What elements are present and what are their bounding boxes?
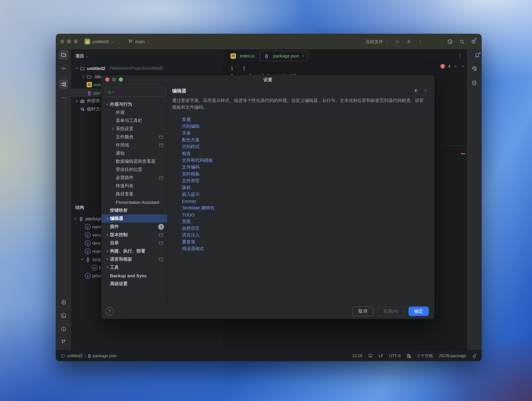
tool-terminal-button[interactable] <box>59 311 68 320</box>
encoding-widget[interactable]: UTF-8 <box>389 353 401 358</box>
project-widget[interactable]: U untitled2 ⌄ <box>84 34 114 49</box>
settings-tree-item[interactable]: Backup and Sync <box>101 272 167 280</box>
cancel-button[interactable]: 取消 <box>352 306 373 316</box>
settings-search-input[interactable] <box>114 89 160 95</box>
structure-panel-header[interactable]: 结构 <box>75 203 84 212</box>
settings-link[interactable]: 重复项 <box>182 239 214 245</box>
settings-tree-item[interactable]: 受信任的位置 <box>101 166 167 174</box>
settings-tree-item[interactable]: 快速列表 <box>101 182 167 190</box>
vcs-branch-widget[interactable]: main ⌄ <box>128 34 150 49</box>
dialog-zoom-button[interactable] <box>119 78 123 82</box>
chevron-down-icon[interactable] <box>79 257 85 261</box>
unlock-icon[interactable] <box>472 353 477 358</box>
settings-tree-item[interactable]: 外观 <box>101 108 167 116</box>
ai-assistant-button[interactable] <box>447 39 453 45</box>
chevron-down-icon[interactable] <box>105 102 110 106</box>
settings-tree-item[interactable]: 通知 <box>101 149 167 157</box>
breadcrumb-file[interactable]: package.json <box>93 353 116 358</box>
chevron-down-icon[interactable] <box>73 216 78 220</box>
settings-tree-item[interactable]: 菜单与工具栏 <box>101 116 167 125</box>
ai-chat-button[interactable] <box>469 64 479 73</box>
settings-search-box[interactable]: ▾ <box>105 88 166 97</box>
tab-options-kebab-icon[interactable] <box>458 54 462 58</box>
run-configuration-selector[interactable]: 当前文件 ⌄ <box>366 34 388 49</box>
indent-widget[interactable]: 2 个空格 <box>418 353 433 359</box>
settings-tree-item[interactable]: 路径变量 <box>101 190 167 198</box>
window-minimize-button[interactable] <box>67 39 71 44</box>
settings-link[interactable]: 字体 <box>182 130 214 137</box>
settings-link[interactable]: 配色方案 <box>182 137 214 143</box>
chevron-right-icon[interactable] <box>105 257 110 261</box>
settings-link[interactable]: Emmet <box>182 198 214 205</box>
settings-tree-item[interactable]: 语言和框架 <box>101 255 167 263</box>
settings-link[interactable]: 版权 <box>182 184 214 191</box>
chevron-right-icon[interactable] <box>105 265 110 270</box>
settings-link[interactable]: 文件和代码模板 <box>182 157 214 164</box>
back-arrow-icon[interactable] <box>413 88 419 93</box>
editor-tab[interactable]: {}package.json× <box>260 51 308 61</box>
settings-tree-item[interactable]: 高级设置 <box>101 280 167 288</box>
settings-tree-item[interactable]: 版本控制 <box>101 231 167 239</box>
tool-problems-button[interactable] <box>59 324 68 334</box>
settings-link[interactable]: 文件编码 <box>182 164 214 171</box>
window-close-button[interactable] <box>60 39 64 44</box>
settings-link[interactable]: 代码编辑 <box>182 123 214 130</box>
dialog-close-button[interactable] <box>105 78 109 82</box>
ok-button[interactable]: 确定 <box>408 306 429 316</box>
settings-link[interactable]: 自然语言 <box>182 225 214 232</box>
settings-tree-item[interactable]: Presentation Assistant <box>101 198 167 206</box>
settings-tree-item[interactable]: 编辑器 <box>101 214 167 223</box>
settings-link[interactable]: 嵌入提示 <box>182 191 214 198</box>
status-hexagon-icon[interactable] <box>368 353 373 358</box>
breadcrumb-project[interactable]: untitled2 <box>67 353 83 358</box>
settings-tree-item[interactable]: 目录 <box>101 239 167 247</box>
settings-tree-item[interactable]: 插件3 <box>101 223 167 231</box>
tool-git-button[interactable] <box>59 337 68 347</box>
settings-tree-item[interactable]: 作用域 <box>101 141 167 149</box>
chevron-down-icon[interactable] <box>74 66 79 70</box>
database-button[interactable] <box>469 78 479 88</box>
settings-tree-item[interactable]: 必需插件 <box>101 174 167 182</box>
clock-widget[interactable]: 12:16 <box>352 353 362 358</box>
chevron-right-icon[interactable] <box>105 216 110 220</box>
settings-link[interactable]: TextMate 捆绑包 <box>182 205 214 211</box>
project-panel-header[interactable]: 项目 ⌄ <box>75 52 89 60</box>
more-actions-button[interactable] <box>418 39 423 44</box>
settings-link[interactable]: TODO <box>182 211 214 218</box>
forward-arrow-icon[interactable] <box>423 88 428 93</box>
tool-run-button[interactable] <box>59 297 68 307</box>
next-error-chevron-down-icon[interactable] <box>461 64 465 68</box>
editor-tab[interactable]: JSindex.js <box>227 51 258 61</box>
line-separator-widget[interactable]: LF <box>379 353 383 358</box>
project-tree-item[interactable]: untitled2~/WebstormProjects/untitled2 <box>71 64 223 72</box>
highlight-level-icon[interactable] <box>406 353 412 358</box>
settings-tree-item[interactable]: 工具 <box>101 263 167 272</box>
settings-tree-item[interactable]: 按键映射 <box>101 206 167 214</box>
inspections-widget[interactable]: ! 4 <box>440 64 465 69</box>
run-button[interactable] <box>395 39 400 44</box>
settings-tree-item[interactable]: 文件颜色 <box>101 133 167 141</box>
tool-project-button[interactable] <box>59 50 68 59</box>
settings-link[interactable]: 代码样式 <box>182 143 214 150</box>
settings-tree-item[interactable]: 数据编辑器和查看器 <box>101 157 167 166</box>
settings-link[interactable]: 阅读器模式 <box>182 245 214 252</box>
notifications-button[interactable] <box>472 51 481 60</box>
chevron-right-icon[interactable] <box>105 249 110 253</box>
file-type-widget[interactable]: JSON:package <box>439 353 466 358</box>
settings-link[interactable]: 意图 <box>182 218 214 225</box>
settings-link[interactable]: 常规 <box>182 116 214 123</box>
search-everywhere-button[interactable] <box>459 39 465 44</box>
settings-button[interactable]: ⚙ <box>471 39 476 45</box>
error-stripe-mark[interactable] <box>461 153 465 154</box>
chevron-right-icon[interactable] <box>110 127 116 131</box>
prev-error-chevron-up-icon[interactable] <box>453 64 457 68</box>
close-icon[interactable]: × <box>302 53 304 58</box>
more-tool-windows-button[interactable] <box>59 93 68 102</box>
settings-tree-item[interactable]: 构建、执行、部署 <box>101 247 167 255</box>
status-breadcrumb[interactable]: untitled2 › {} package.json <box>61 353 117 358</box>
window-zoom-button[interactable] <box>74 39 78 44</box>
settings-link[interactable]: 文件类型 <box>182 177 214 184</box>
help-button[interactable]: ? <box>106 307 114 315</box>
tool-commit-button[interactable] <box>59 64 68 73</box>
dialog-minimize-button[interactable] <box>112 78 116 82</box>
